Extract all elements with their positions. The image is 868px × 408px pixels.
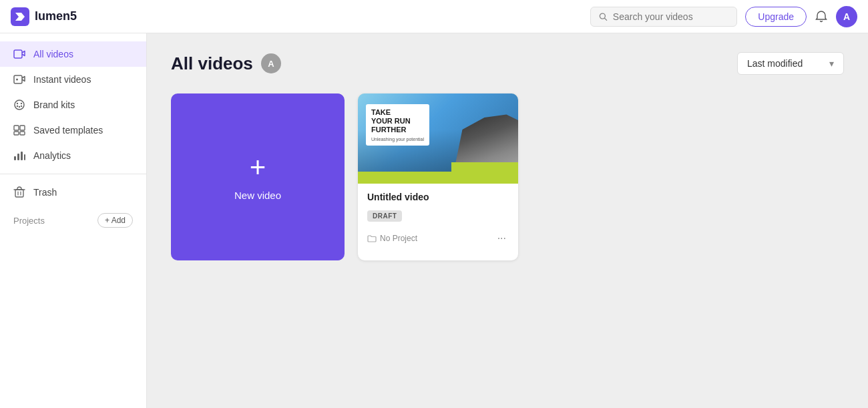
analytics-label: Analytics: [33, 150, 71, 161]
svg-point-12: [21, 106, 22, 107]
layout: All videos Instant videos: [0, 33, 868, 408]
folder-icon: [367, 234, 377, 242]
video-thumbnail: TAKEYOUR RUNFURTHER Unleashing your pote…: [358, 93, 518, 184]
sidebar-item-saved-templates[interactable]: Saved templates: [0, 118, 146, 143]
new-video-card[interactable]: + New video: [171, 93, 345, 260]
header: lumen5 Upgrade A: [0, 0, 868, 33]
svg-point-11: [17, 106, 18, 107]
page-title: All videos: [171, 53, 253, 74]
brand-kits-label: Brand kits: [33, 99, 75, 110]
trash-label: Trash: [33, 187, 57, 198]
add-project-button[interactable]: + Add: [97, 213, 133, 228]
svg-rect-4: [14, 50, 22, 58]
svg-rect-16: [20, 132, 25, 135]
thumbnail-text-block: TAKEYOUR RUNFURTHER Unleashing your pote…: [366, 104, 429, 146]
video-card[interactable]: TAKEYOUR RUNFURTHER Unleashing your pote…: [358, 93, 518, 260]
instant-icon: [13, 73, 25, 85]
svg-point-10: [19, 106, 20, 108]
main-content: All videos A Last modified ▾ + New video: [147, 33, 868, 408]
svg-rect-13: [14, 126, 19, 130]
sidebar-divider: [0, 174, 146, 174]
svg-point-6: [16, 79, 18, 81]
instant-videos-label: Instant videos: [33, 74, 91, 85]
video-footer: No Project ···: [367, 231, 509, 246]
thumbnail-green-bar: [358, 172, 518, 184]
palette-icon: [13, 99, 25, 111]
svg-point-9: [21, 103, 22, 104]
video-grid: + New video TAKEYOUR RUNFURTHER Un: [171, 93, 844, 260]
sidebar-item-trash[interactable]: Trash: [0, 180, 146, 205]
plus-icon: +: [250, 154, 266, 182]
svg-rect-14: [20, 126, 25, 130]
page-header: All videos A Last modified ▾: [171, 52, 844, 75]
more-options-button[interactable]: ···: [495, 231, 509, 246]
sidebar: All videos Instant videos: [0, 33, 147, 408]
search-bar[interactable]: [590, 7, 737, 27]
upgrade-button[interactable]: Upgrade: [745, 7, 807, 27]
page-title-row: All videos A: [171, 53, 281, 74]
svg-point-7: [15, 100, 24, 110]
video-title: Untitled video: [367, 192, 509, 202]
search-input[interactable]: [613, 11, 728, 22]
svg-rect-21: [15, 190, 23, 197]
svg-point-8: [17, 103, 18, 104]
logo-icon: [11, 7, 29, 26]
video-project: No Project: [367, 234, 417, 243]
search-icon: [599, 12, 608, 21]
projects-label: Projects: [13, 216, 45, 226]
avatar[interactable]: A: [836, 6, 857, 27]
svg-rect-17: [14, 156, 16, 160]
all-videos-label: All videos: [33, 49, 73, 59]
header-right: Upgrade A: [590, 6, 857, 27]
new-video-label: New video: [234, 190, 281, 201]
thumbnail-subtext: Unleashing your potential: [371, 137, 424, 142]
saved-templates-label: Saved templates: [33, 125, 103, 136]
page-avatar: A: [261, 53, 281, 73]
template-icon: [13, 124, 25, 136]
sidebar-item-all-videos[interactable]: All videos: [0, 41, 146, 67]
svg-rect-15: [14, 132, 19, 135]
shoe-image: [451, 112, 518, 172]
projects-section: Projects + Add: [0, 208, 146, 233]
analytics-icon: [13, 150, 25, 162]
sidebar-item-brand-kits[interactable]: Brand kits: [0, 92, 146, 118]
chevron-down-icon: ▾: [829, 58, 834, 69]
svg-line-3: [605, 18, 607, 20]
svg-rect-19: [21, 152, 23, 160]
notification-button[interactable]: [815, 10, 828, 23]
logo[interactable]: lumen5: [11, 7, 77, 26]
trash-icon: [13, 186, 25, 198]
sidebar-item-instant-videos[interactable]: Instant videos: [0, 67, 146, 92]
sidebar-item-analytics[interactable]: Analytics: [0, 143, 146, 168]
bell-icon: [815, 10, 828, 23]
sort-label: Last modified: [747, 58, 803, 69]
draft-badge: DRAFT: [367, 210, 402, 222]
svg-rect-20: [24, 154, 25, 160]
video-icon: [13, 48, 25, 60]
thumbnail-headline: TAKEYOUR RUNFURTHER: [371, 108, 424, 135]
sort-dropdown[interactable]: Last modified ▾: [737, 52, 844, 75]
video-info: Untitled video DRAFT No Project ···: [358, 184, 518, 252]
project-name: No Project: [380, 234, 417, 243]
svg-rect-18: [17, 154, 19, 160]
logo-text: lumen5: [35, 9, 77, 23]
